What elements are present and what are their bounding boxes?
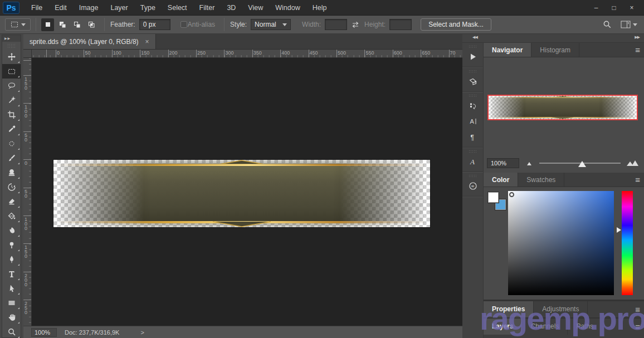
actions-panel-icon[interactable]	[462, 49, 483, 65]
foreground-swatch[interactable]	[487, 192, 499, 203]
move-tool[interactable]	[2, 50, 21, 64]
antialias-checkbox[interactable]	[180, 21, 187, 28]
paragraph-styles-panel-icon[interactable]	[462, 98, 483, 114]
status-zoom-field[interactable]: 100%	[31, 328, 57, 337]
tab-layers[interactable]: Layers	[484, 319, 523, 335]
pen-tool[interactable]	[2, 252, 21, 267]
tab-swatches[interactable]: Swatches	[518, 173, 564, 187]
tab-channels[interactable]: Channels	[523, 319, 568, 335]
menu-file[interactable]: File	[25, 0, 48, 16]
panel-icon-group	[462, 43, 483, 67]
hand-tool[interactable]	[2, 310, 21, 325]
maximize-button[interactable]: □	[605, 2, 623, 14]
eraser-tool[interactable]	[2, 194, 21, 209]
status-chevron-icon[interactable]: >	[140, 329, 144, 336]
menu-layer[interactable]: Layer	[104, 0, 134, 16]
smudge-tool-icon	[7, 226, 16, 235]
add-to-selection-button[interactable]	[56, 18, 69, 31]
zoom-out-icon[interactable]	[525, 160, 534, 166]
panel-icon-group: ∞	[462, 172, 483, 197]
quick-selection-tool[interactable]	[2, 93, 21, 107]
crop-tool[interactable]	[2, 107, 21, 122]
navigator-zoom-slider[interactable]	[539, 159, 621, 168]
saturation-square[interactable]	[508, 191, 614, 295]
toolbar-expand-icon[interactable]: ▶▶	[2, 35, 21, 42]
menu-type[interactable]: Type	[134, 0, 162, 16]
workspace-switcher-button[interactable]	[621, 21, 637, 28]
close-button[interactable]: ×	[623, 2, 641, 14]
rectangle-tool[interactable]	[2, 296, 21, 310]
svg-text:∞: ∞	[471, 184, 475, 189]
type-tool[interactable]	[2, 267, 21, 281]
rectangular-marquee-tool[interactable]	[2, 64, 21, 79]
document-tab[interactable]: sprite.dds @ 100% (Layer 0, RGB/8) ×	[23, 34, 156, 49]
menu-view[interactable]: View	[242, 0, 269, 16]
panel-icon-group: A¶	[462, 92, 483, 148]
paragraph-panel-icon[interactable]: ¶	[462, 129, 483, 145]
spot-healing-brush-tool[interactable]	[2, 136, 21, 151]
hue-slider[interactable]	[622, 191, 633, 295]
dodge-tool[interactable]	[2, 238, 21, 252]
tab-properties[interactable]: Properties	[484, 301, 534, 317]
zoom-tool[interactable]	[2, 325, 21, 338]
tab-color[interactable]: Color	[484, 173, 518, 187]
swap-dimensions-icon[interactable]	[350, 21, 360, 28]
group-grip	[469, 70, 477, 72]
path-selection-tool[interactable]	[2, 281, 21, 296]
menu-3d[interactable]: 3D	[221, 0, 242, 16]
slider-thumb[interactable]	[578, 161, 586, 167]
tab-close-icon[interactable]: ×	[145, 38, 149, 46]
tool-preset-picker[interactable]	[5, 18, 31, 31]
minimize-button[interactable]: –	[587, 2, 605, 14]
menu-edit[interactable]: Edit	[48, 0, 73, 16]
tab-navigator[interactable]: Navigator	[484, 43, 531, 57]
tab-adjustments[interactable]: Adjustments	[534, 301, 588, 317]
glyphs-panel-icon[interactable]: A	[462, 154, 483, 169]
clone-stamp-tool[interactable]	[2, 165, 21, 180]
tab-histogram[interactable]: Histogram	[531, 43, 579, 57]
menu-window[interactable]: Window	[269, 0, 306, 16]
menu-image[interactable]: Image	[73, 0, 105, 16]
history-brush-tool[interactable]	[2, 180, 21, 194]
character-panel-icon[interactable]: A	[462, 114, 483, 129]
path-selection-tool-icon	[7, 284, 16, 293]
canvas-artboard[interactable]	[53, 160, 430, 227]
tab-paths[interactable]: Paths	[568, 319, 602, 335]
new-selection-button[interactable]	[41, 18, 54, 31]
intersect-selection-button[interactable]	[85, 18, 97, 31]
color-menu-icon[interactable]: ≡	[635, 175, 640, 184]
color-picker-marker[interactable]	[509, 192, 514, 197]
paint-bucket-tool[interactable]	[2, 209, 21, 223]
width-input[interactable]	[325, 19, 347, 30]
navigator-menu-icon[interactable]: ≡	[635, 45, 640, 55]
navigator-preview[interactable]	[487, 95, 638, 120]
notes-panel-icon[interactable]	[462, 74, 483, 89]
feather-input[interactable]	[139, 19, 170, 30]
search-icon[interactable]	[603, 20, 612, 29]
properties-menu-icon[interactable]: ≡	[635, 305, 640, 314]
lasso-tool[interactable]	[2, 79, 21, 93]
dock-expand-icon[interactable]: ◀◀	[472, 35, 477, 40]
subtract-selection-icon	[72, 20, 81, 29]
menu-help[interactable]: Help	[306, 0, 333, 16]
zoom-in-icon[interactable]	[626, 159, 640, 167]
dock-collapse-icon[interactable]: ▶▶	[635, 35, 640, 40]
navigator-tabs: NavigatorHistogram≡	[484, 43, 644, 57]
brush-tool[interactable]	[2, 151, 21, 165]
style-select[interactable]: Normal	[251, 19, 291, 30]
eyedropper-tool[interactable]	[2, 122, 21, 136]
layers-menu-icon[interactable]: ≡	[635, 322, 640, 331]
smudge-tool[interactable]	[2, 223, 21, 238]
subtract-from-selection-button[interactable]	[70, 18, 83, 31]
libraries-panel-icon[interactable]: ∞	[462, 178, 483, 194]
select-and-mask-button[interactable]: Select and Mask...	[421, 18, 491, 31]
hue-slider-thumb[interactable]	[617, 227, 621, 233]
navigator-zoom-field[interactable]: 100%	[487, 158, 519, 168]
height-input[interactable]	[389, 19, 412, 30]
menu-filter[interactable]: Filter	[193, 0, 221, 16]
menu-select[interactable]: Select	[162, 0, 193, 16]
workspace-icon	[621, 21, 631, 28]
color-swatch-pair	[487, 192, 510, 214]
toolbar-grip[interactable]	[7, 43, 16, 48]
flyout-indicator-icon	[18, 278, 19, 280]
